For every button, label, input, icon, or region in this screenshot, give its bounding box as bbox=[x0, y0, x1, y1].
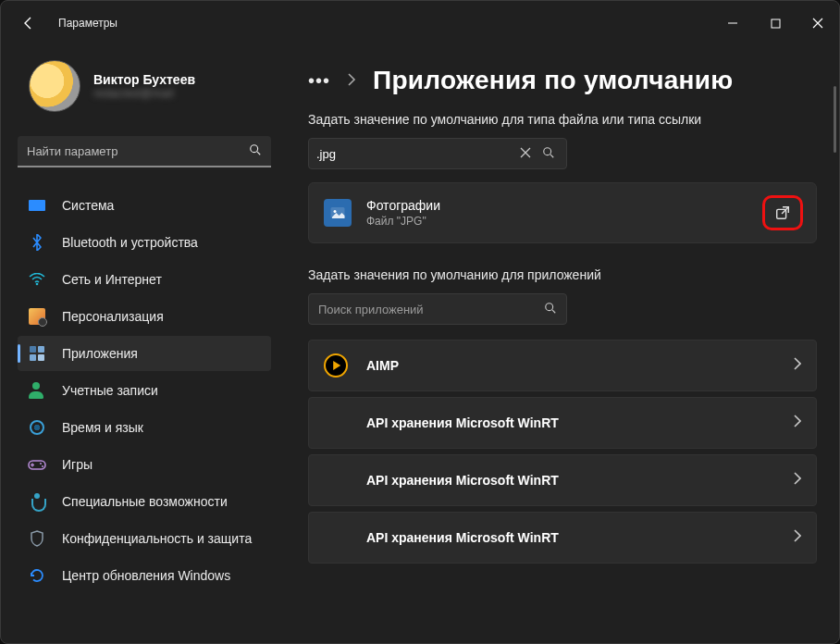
chevron-right-icon bbox=[793, 472, 801, 489]
profile-name: Виктор Бухтеев bbox=[93, 72, 195, 87]
window-controls bbox=[711, 8, 839, 38]
app-row-label: API хранения Microsoft WinRT bbox=[366, 473, 793, 488]
main-pane: ••• Приложения по умолчанию Задать значе… bbox=[286, 45, 839, 644]
accessibility-icon bbox=[27, 491, 47, 512]
open-external-button[interactable] bbox=[762, 195, 803, 230]
app-row[interactable]: API хранения Microsoft WinRT bbox=[308, 454, 817, 506]
apps-search-input[interactable] bbox=[318, 303, 544, 316]
sidebar-search[interactable] bbox=[18, 136, 271, 167]
close-button[interactable] bbox=[797, 8, 839, 38]
back-button[interactable] bbox=[16, 10, 42, 36]
page-title: Приложения по умолчанию bbox=[373, 66, 734, 95]
sidebar-item-time-language[interactable]: Время и язык bbox=[18, 410, 271, 445]
app-row[interactable]: API хранения Microsoft WinRT bbox=[308, 397, 817, 449]
breadcrumb-more-button[interactable]: ••• bbox=[308, 70, 330, 92]
svg-point-8 bbox=[40, 463, 42, 464]
sidebar-item-label: Специальные возможности bbox=[62, 494, 228, 509]
filetype-result-card[interactable]: Фотографии Файл "JPG" bbox=[308, 182, 817, 243]
apps-list: AIMP API хранения Microsoft WinRT API хр… bbox=[308, 340, 817, 564]
sidebar-item-network[interactable]: Сеть и Интернет bbox=[18, 262, 271, 297]
svg-point-2 bbox=[251, 144, 258, 152]
sidebar-item-accessibility[interactable]: Специальные возможности bbox=[18, 484, 271, 519]
settings-window: Параметры Виктор Бухтеев redacted@mail bbox=[0, 0, 840, 644]
app-row-label: API хранения Microsoft WinRT bbox=[366, 415, 793, 430]
svg-point-9 bbox=[42, 465, 43, 467]
minimize-button[interactable] bbox=[711, 8, 754, 38]
result-app-sub: Файл "JPG" bbox=[366, 215, 440, 228]
chevron-right-icon bbox=[793, 415, 801, 431]
shield-icon bbox=[27, 528, 47, 549]
sidebar-item-windows-update[interactable]: Центр обновления Windows bbox=[18, 558, 271, 593]
app-row-label: AIMP bbox=[366, 358, 793, 373]
apps-search[interactable] bbox=[308, 293, 567, 325]
sidebar-item-personalization[interactable]: Персонализация bbox=[18, 299, 271, 334]
sidebar-item-label: Персонализация bbox=[62, 309, 164, 324]
search-icon[interactable] bbox=[538, 146, 559, 162]
avatar bbox=[29, 60, 80, 112]
profile-email: redacted@mail bbox=[93, 87, 195, 100]
svg-point-13 bbox=[334, 210, 337, 213]
breadcrumb: ••• Приложения по умолчанию bbox=[308, 66, 817, 95]
globe-clock-icon bbox=[27, 417, 47, 438]
sidebar-item-label: Игры bbox=[62, 457, 93, 472]
filetype-search-input[interactable] bbox=[316, 147, 513, 161]
sidebar-item-label: Учетные записи bbox=[62, 383, 158, 398]
clear-button[interactable] bbox=[513, 146, 538, 161]
titlebar: Параметры bbox=[1, 1, 839, 45]
search-icon bbox=[249, 143, 262, 159]
app-row-label: API хранения Microsoft WinRT bbox=[366, 530, 793, 545]
sidebar-item-label: Приложения bbox=[62, 346, 138, 361]
open-external-icon bbox=[774, 204, 791, 221]
sidebar-item-label: Время и язык bbox=[62, 420, 143, 435]
sidebar-item-privacy[interactable]: Конфиденциальность и защита bbox=[18, 521, 271, 556]
update-icon bbox=[27, 565, 47, 586]
photos-app-icon bbox=[324, 199, 352, 227]
apps-icon bbox=[27, 343, 47, 364]
profile-block[interactable]: Виктор Бухтеев redacted@mail bbox=[12, 56, 277, 129]
section-filetype-label: Задать значение по умолчанию для типа фа… bbox=[308, 112, 817, 127]
sidebar-item-label: Сеть и Интернет bbox=[62, 272, 162, 287]
sidebar-item-system[interactable]: Система bbox=[18, 188, 271, 223]
scrollbar-thumb[interactable] bbox=[834, 86, 836, 153]
sidebar-item-bluetooth[interactable]: Bluetooth и устройства bbox=[18, 225, 271, 260]
app-row[interactable]: AIMP bbox=[308, 340, 817, 391]
sidebar-item-label: Система bbox=[62, 198, 114, 213]
search-icon bbox=[544, 302, 557, 317]
section-apps-label: Задать значения по умолчанию для приложе… bbox=[308, 267, 817, 282]
svg-point-4 bbox=[36, 283, 39, 286]
svg-line-11 bbox=[550, 154, 553, 156]
brush-icon bbox=[27, 306, 47, 327]
display-icon bbox=[27, 195, 47, 216]
svg-point-10 bbox=[544, 147, 551, 155]
result-app-name: Фотографии bbox=[366, 198, 440, 213]
svg-line-16 bbox=[552, 309, 555, 312]
sidebar-item-label: Конфиденциальность и защита bbox=[62, 531, 252, 546]
filetype-search[interactable] bbox=[308, 138, 567, 169]
aimp-icon bbox=[324, 353, 348, 378]
chevron-right-icon bbox=[793, 529, 801, 546]
sidebar-item-accounts[interactable]: Учетные записи bbox=[18, 373, 271, 408]
app-row[interactable]: API хранения Microsoft WinRT bbox=[308, 512, 817, 564]
svg-rect-1 bbox=[772, 19, 780, 28]
sidebar-item-apps[interactable]: Приложения bbox=[18, 336, 271, 371]
sidebar-item-label: Bluetooth и устройства bbox=[62, 235, 198, 250]
bluetooth-icon bbox=[27, 232, 47, 253]
sidebar-item-label: Центр обновления Windows bbox=[62, 568, 230, 583]
sidebar: Виктор Бухтеев redacted@mail Система bbox=[1, 45, 286, 644]
sidebar-nav: Система Bluetooth и устройства Сеть и Ин… bbox=[12, 188, 277, 593]
person-icon bbox=[27, 380, 47, 401]
svg-point-15 bbox=[546, 303, 553, 310]
sidebar-search-input[interactable] bbox=[27, 144, 249, 158]
chevron-right-icon bbox=[347, 73, 356, 89]
chevron-right-icon bbox=[793, 357, 801, 374]
maximize-button[interactable] bbox=[754, 8, 797, 38]
window-title: Параметры bbox=[58, 17, 117, 30]
gamepad-icon bbox=[27, 454, 47, 475]
wifi-icon bbox=[27, 269, 47, 290]
svg-line-3 bbox=[257, 151, 260, 154]
sidebar-item-gaming[interactable]: Игры bbox=[18, 447, 271, 482]
